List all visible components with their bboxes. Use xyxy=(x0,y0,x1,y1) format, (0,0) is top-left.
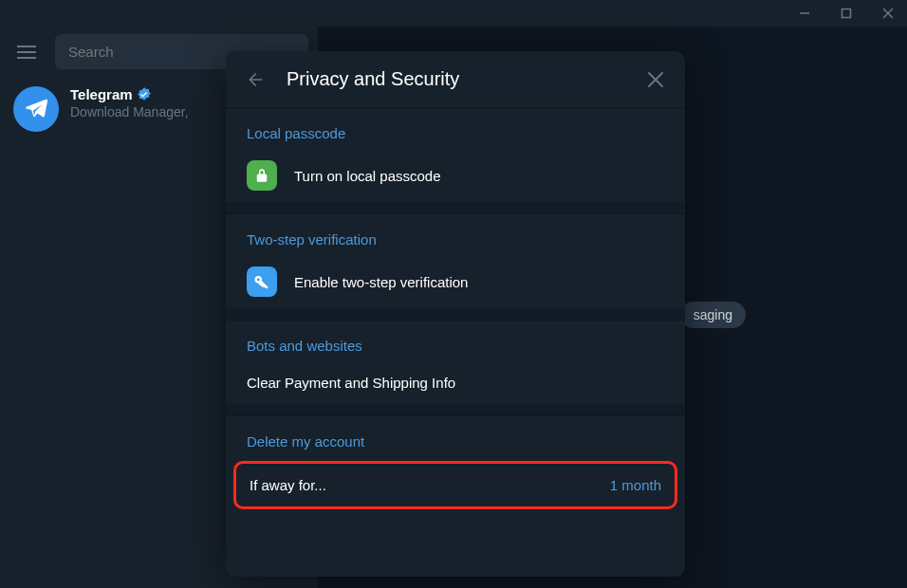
chat-name-label: Telegram xyxy=(70,86,133,102)
section-local-passcode-header: Local passcode xyxy=(226,114,685,149)
highlight-annotation: If away for... 1 month xyxy=(233,461,677,509)
menu-button[interactable] xyxy=(9,35,44,69)
telegram-icon xyxy=(24,97,48,121)
privacy-security-modal: Privacy and Security Local passcode Turn… xyxy=(226,51,685,577)
minimize-button[interactable] xyxy=(793,2,816,25)
maximize-button[interactable] xyxy=(835,2,858,25)
background-badge: saging xyxy=(680,302,746,328)
if-away-for-row[interactable]: If away for... 1 month xyxy=(236,464,675,506)
verified-icon xyxy=(137,87,152,102)
telegram-avatar xyxy=(13,86,59,132)
close-button[interactable] xyxy=(647,71,664,88)
local-passcode-label: Turn on local passcode xyxy=(294,168,664,184)
if-away-for-value: 1 month xyxy=(610,477,661,493)
enable-two-step-verification[interactable]: Enable two-step verification xyxy=(226,255,685,308)
back-button[interactable] xyxy=(247,70,266,89)
key-icon xyxy=(247,266,277,297)
two-step-label: Enable two-step verification xyxy=(294,274,664,290)
lock-icon xyxy=(247,160,277,191)
turn-on-local-passcode[interactable]: Turn on local passcode xyxy=(226,149,685,202)
svg-rect-1 xyxy=(842,9,851,18)
section-two-step-header: Two-step verification xyxy=(226,220,685,255)
arrow-left-icon xyxy=(247,70,266,89)
section-delete-account-header: Delete my account xyxy=(226,422,685,457)
if-away-for-label: If away for... xyxy=(250,477,610,493)
section-bots-header: Bots and websites xyxy=(226,326,685,361)
close-icon xyxy=(647,71,664,88)
clear-payment-shipping-info[interactable]: Clear Payment and Shipping Info xyxy=(226,361,685,404)
window-titlebar xyxy=(0,0,907,27)
modal-title: Privacy and Security xyxy=(287,68,626,90)
close-window-button[interactable] xyxy=(877,2,899,25)
